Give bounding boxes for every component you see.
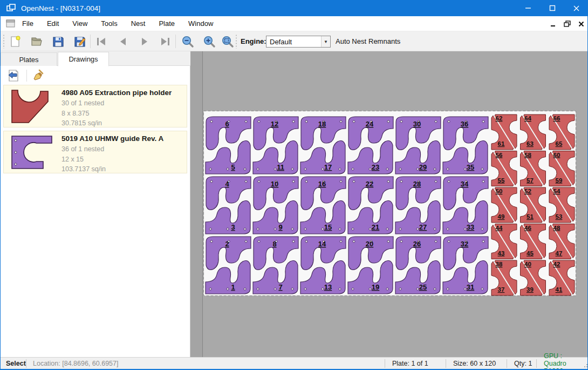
mdi-document-icon[interactable] [6, 19, 15, 28]
svg-text:35: 35 [467, 163, 474, 171]
svg-text:23: 23 [372, 163, 379, 171]
mdi-minimize-button[interactable] [549, 19, 557, 28]
open-file-button[interactable] [29, 33, 45, 50]
svg-text:9: 9 [278, 223, 282, 231]
svg-text:37: 37 [498, 286, 505, 293]
svg-text:62: 62 [496, 115, 503, 122]
svg-text:61: 61 [498, 140, 505, 147]
svg-text:59: 59 [556, 177, 563, 184]
svg-text:2: 2 [225, 240, 229, 248]
svg-text:58: 58 [524, 152, 531, 158]
menu-edit[interactable]: Edit [40, 17, 65, 30]
svg-text:40: 40 [524, 261, 531, 267]
maximize-button[interactable] [540, 0, 564, 16]
svg-text:34: 34 [461, 180, 469, 188]
save-as-icon [73, 35, 86, 48]
drawing-title: 4980 A05 Extraction pipe holder [61, 88, 172, 98]
svg-text:18: 18 [318, 120, 326, 128]
remnants-button[interactable]: Remnants [368, 37, 400, 45]
toolbar-grip[interactable] [235, 34, 237, 49]
status-separator [385, 359, 385, 368]
mdi-restore-button[interactable] [563, 19, 571, 28]
status-separator [536, 359, 537, 368]
minimize-button[interactable] [516, 0, 540, 16]
clean-broom-icon [32, 69, 45, 82]
svg-text:50: 50 [496, 188, 503, 194]
engine-select[interactable]: Default ▼ [266, 36, 331, 48]
menu-tools[interactable]: Tools [94, 17, 124, 30]
tab-drawings[interactable]: Drawings [58, 52, 109, 66]
drawing-title: 5019 A10 UHMW guide Rev. A [61, 133, 163, 144]
svg-text:46: 46 [524, 225, 531, 231]
toolbar-separator [90, 35, 91, 48]
drawing-area: 103.7137 sq/in [61, 164, 163, 174]
svg-text:64: 64 [524, 115, 531, 122]
toolbar-grip[interactable] [3, 34, 5, 49]
zoom-out-button[interactable] [180, 33, 196, 50]
status-separator [446, 359, 446, 368]
svg-text:21: 21 [372, 223, 379, 231]
menu-file[interactable]: File [16, 17, 40, 30]
toolbar-separator [175, 35, 176, 48]
status-separator [507, 359, 507, 368]
zoom-in-button[interactable] [201, 33, 217, 50]
first-plate-button[interactable] [93, 33, 110, 50]
menu-nest[interactable]: Nest [125, 17, 152, 30]
import-drawing-button[interactable] [6, 68, 21, 83]
open-folder-icon [30, 35, 43, 48]
nest-canvas[interactable]: 6512111817242330293635431091615222128273… [202, 51, 588, 357]
status-separator [26, 359, 26, 368]
clean-button[interactable] [31, 68, 46, 83]
menu-plate[interactable]: Plate [152, 17, 181, 30]
save-as-button[interactable] [72, 33, 88, 50]
last-plate-button[interactable] [157, 33, 173, 50]
import-drawing-icon [7, 69, 20, 82]
svg-text:33: 33 [467, 223, 474, 231]
svg-text:3: 3 [231, 223, 235, 231]
mdi-close-button[interactable] [577, 19, 585, 28]
drawing-size: 12 x 15 [61, 154, 163, 165]
svg-text:55: 55 [498, 177, 505, 184]
svg-text:48: 48 [553, 225, 560, 231]
save-button[interactable] [50, 33, 66, 50]
tab-plates[interactable]: Plates [1, 52, 57, 66]
zoom-fit-button[interactable] [220, 33, 236, 50]
svg-text:29: 29 [419, 163, 427, 171]
panel-splitter[interactable] [190, 51, 202, 357]
svg-text:17: 17 [324, 163, 332, 171]
status-qty: Qty: 1 [509, 358, 537, 369]
svg-text:43: 43 [498, 250, 505, 257]
chevron-down-icon[interactable]: ▼ [321, 36, 330, 47]
auto-nest-button[interactable]: Auto Nest [336, 37, 366, 45]
svg-text:11: 11 [277, 163, 284, 171]
svg-text:41: 41 [556, 286, 563, 293]
panel-toolbar-separator [26, 70, 27, 82]
nav-next-icon [138, 35, 151, 48]
drawing-list-item[interactable]: 4980 A05 Extraction pipe holder 30 of 1 … [3, 85, 187, 127]
status-size: Size: 60 x 120 [448, 358, 501, 369]
svg-text:24: 24 [366, 120, 374, 128]
engine-value: Default [266, 38, 321, 46]
close-button[interactable] [564, 0, 588, 16]
prev-plate-button[interactable] [115, 33, 131, 50]
svg-text:51: 51 [527, 213, 534, 220]
new-file-button[interactable] [7, 33, 23, 50]
svg-text:20: 20 [366, 240, 373, 248]
drawing-list-item[interactable]: 5019 A10 UHMW guide Rev. A 36 of 1 neste… [3, 131, 187, 173]
svg-text:12: 12 [271, 120, 278, 128]
next-plate-button[interactable] [136, 33, 153, 50]
menu-window[interactable]: Window [182, 17, 220, 30]
resize-grip[interactable] [583, 363, 587, 367]
menu-view[interactable]: View [66, 17, 94, 30]
svg-text:27: 27 [419, 223, 427, 231]
svg-text:8: 8 [272, 240, 276, 248]
svg-text:38: 38 [496, 261, 503, 267]
svg-text:52: 52 [524, 188, 531, 194]
svg-text:65: 65 [556, 140, 563, 147]
nest-plate-svg[interactable]: 6512111817242330293635431091615222128273… [203, 111, 576, 296]
drawing-size: 8 x 8.375 [61, 109, 172, 119]
window-title: OpenNest - [N0317-004] [21, 4, 100, 12]
svg-text:4: 4 [225, 180, 229, 188]
svg-text:7: 7 [278, 283, 282, 291]
drawings-toolbar [1, 67, 190, 84]
